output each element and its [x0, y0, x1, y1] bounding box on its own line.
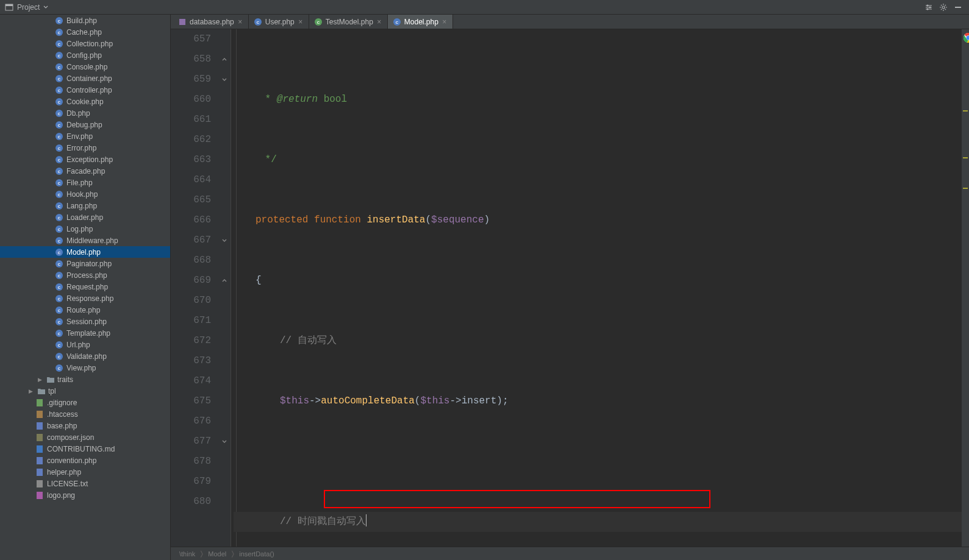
sidebar-file[interactable]: CRequest.php: [0, 281, 170, 292]
tab-label: TestModel.php: [326, 18, 373, 26]
file-label: Hook.php: [66, 190, 98, 199]
sidebar-file[interactable]: logo.png: [0, 489, 170, 501]
file-icon: [35, 445, 44, 453]
chrome-icon[interactable]: [963, 32, 969, 43]
sidebar-file[interactable]: convention.php: [0, 455, 170, 466]
php-class-icon: C: [55, 236, 63, 245]
svg-text:C: C: [317, 20, 320, 24]
svg-text:C: C: [58, 135, 61, 138]
code-area[interactable]: * @return bool */ protected function ins…: [231, 29, 962, 547]
sidebar-file[interactable]: base.php: [0, 420, 170, 431]
line-number: 670: [171, 291, 211, 311]
close-icon[interactable]: ×: [376, 19, 382, 25]
fold-marker-icon[interactable]: [221, 438, 228, 445]
sidebar-file[interactable]: CHook.php: [0, 188, 170, 200]
sidebar-file[interactable]: CLang.php: [0, 200, 170, 211]
sidebar-file[interactable]: CCollection.php: [0, 38, 170, 49]
php-class-icon: C: [55, 202, 63, 210]
project-sidebar[interactable]: CBuild.phpCCache.phpCCollection.phpCConf…: [0, 15, 171, 560]
sidebar-file[interactable]: CFile.php: [0, 177, 170, 188]
param: $sequence: [431, 214, 484, 225]
sidebar-file[interactable]: CValidate.php: [0, 350, 170, 362]
svg-rect-74: [37, 457, 43, 464]
sidebar-file[interactable]: CException.php: [0, 154, 170, 165]
fold-marker-icon[interactable]: [221, 277, 228, 285]
php-class-icon: C: [55, 97, 63, 106]
sidebar-file[interactable]: CDb.php: [0, 107, 170, 119]
sidebar-file[interactable]: CPaginator.php: [0, 258, 170, 269]
editor-tab[interactable]: database.php×: [173, 15, 249, 29]
sidebar-file[interactable]: .gitignore: [0, 397, 170, 408]
sidebar-file[interactable]: CError.php: [0, 142, 170, 154]
svg-rect-73: [37, 445, 43, 453]
editor[interactable]: 6576586596606616626636646656666676686696…: [171, 29, 969, 547]
sidebar-file[interactable]: CSession.php: [0, 316, 170, 327]
svg-text:C: C: [58, 239, 61, 243]
php-class-icon: C: [55, 364, 63, 372]
line-number: 667: [171, 230, 211, 250]
sidebar-file[interactable]: CCache.php: [0, 26, 170, 38]
sidebar-file[interactable]: helper.php: [0, 466, 170, 478]
svg-text:C: C: [58, 216, 61, 219]
settings-slider-icon[interactable]: [923, 1, 935, 13]
fold-marker-icon[interactable]: [221, 76, 228, 83]
sidebar-file[interactable]: CCookie.php: [0, 96, 170, 107]
sidebar-file[interactable]: CConsole.php: [0, 61, 170, 73]
sidebar-file[interactable]: CConfig.php: [0, 49, 170, 61]
sidebar-file[interactable]: CLoader.php: [0, 211, 170, 223]
close-icon[interactable]: ×: [298, 19, 304, 25]
editor-tab[interactable]: CModel.php×: [388, 15, 453, 29]
sidebar-file[interactable]: CTemplate.php: [0, 327, 170, 339]
line-number: 662: [171, 130, 211, 150]
sidebar-file[interactable]: CONTRIBUTING.md: [0, 443, 170, 455]
sidebar-file[interactable]: CModel.php: [0, 246, 170, 258]
gear-icon[interactable]: [937, 1, 949, 13]
svg-text:C: C: [58, 100, 61, 104]
svg-text:C: C: [58, 123, 61, 127]
editor-tab[interactable]: CUser.php×: [249, 15, 309, 29]
comment: // 时间戳自动写入: [280, 516, 366, 527]
sidebar-file[interactable]: CContainer.php: [0, 73, 170, 84]
tab-file-icon: C: [254, 18, 262, 26]
breadcrumb-item[interactable]: insertData(): [239, 550, 274, 558]
sidebar-file[interactable]: CProcess.php: [0, 269, 170, 281]
breadcrumb-item[interactable]: \think: [179, 550, 195, 558]
project-selector[interactable]: Project: [5, 3, 48, 12]
fold-marker-icon[interactable]: [221, 237, 228, 244]
sidebar-file[interactable]: LICENSE.txt: [0, 478, 170, 489]
sidebar-file[interactable]: CController.php: [0, 84, 170, 96]
collapse-icon[interactable]: [952, 1, 964, 13]
sidebar-folder-tpl[interactable]: ▶ tpl: [0, 385, 170, 397]
sidebar-file[interactable]: CEnv.php: [0, 130, 170, 142]
sidebar-file[interactable]: CRoute.php: [0, 304, 170, 316]
line-number: 678: [171, 452, 211, 472]
sidebar-file[interactable]: CResponse.php: [0, 292, 170, 304]
php-class-icon: C: [55, 260, 63, 268]
sidebar-file[interactable]: .htaccess: [0, 408, 170, 420]
svg-text:C: C: [58, 227, 61, 231]
file-label: Paginator.php: [66, 260, 112, 268]
fold-marker-icon[interactable]: [221, 56, 228, 63]
chevron-right-icon: ❭: [230, 550, 235, 558]
line-number: 676: [171, 411, 211, 431]
sidebar-file[interactable]: CFacade.php: [0, 165, 170, 177]
sidebar-file[interactable]: CDebug.php: [0, 119, 170, 130]
file-label: convention.php: [47, 456, 96, 465]
svg-text:C: C: [58, 331, 61, 335]
error-stripe[interactable]: [962, 29, 969, 547]
close-icon[interactable]: ×: [237, 19, 243, 25]
breadcrumb-item[interactable]: Model: [208, 550, 226, 558]
sidebar-file[interactable]: CBuild.php: [0, 15, 170, 26]
sidebar-file[interactable]: CMiddleware.php: [0, 235, 170, 246]
svg-rect-78: [179, 19, 185, 25]
file-icon: [35, 433, 44, 442]
sidebar-file[interactable]: CView.php: [0, 362, 170, 374]
close-icon[interactable]: ×: [442, 19, 448, 25]
kw: function: [314, 214, 361, 225]
sidebar-file[interactable]: composer.json: [0, 431, 170, 443]
editor-tab[interactable]: CTestModel.php×: [309, 15, 388, 29]
sidebar-folder-traits[interactable]: ▶ traits: [0, 374, 170, 385]
sidebar-file[interactable]: CUrl.php: [0, 339, 170, 350]
fold-gutter[interactable]: [220, 29, 231, 547]
sidebar-file[interactable]: CLog.php: [0, 223, 170, 235]
